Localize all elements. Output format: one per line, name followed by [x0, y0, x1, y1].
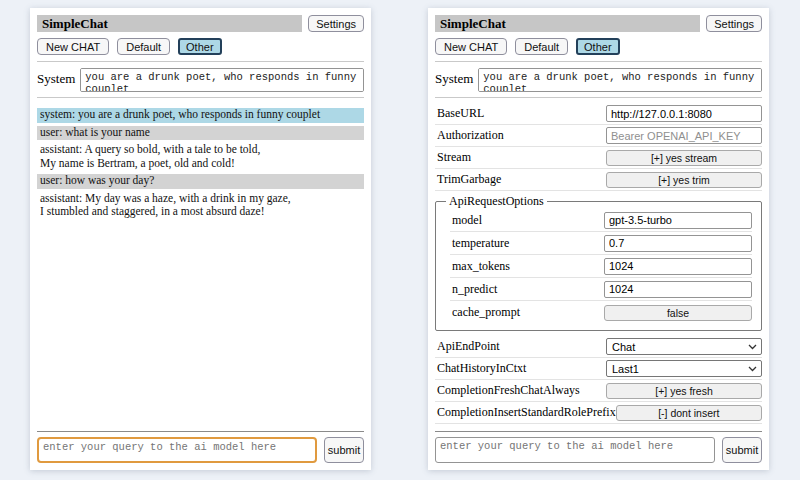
chat-panel: SimpleChat Settings New CHAT Default Oth…: [30, 8, 371, 470]
chat-history-label: ChatHistoryInCtxt: [437, 361, 526, 376]
submit-button[interactable]: submit: [324, 437, 364, 463]
settings-button[interactable]: Settings: [706, 15, 762, 32]
baseurl-label: BaseURL: [437, 106, 484, 121]
system-prompt-input[interactable]: you are a drunk poet, who responds in fu…: [478, 68, 762, 92]
divider: [435, 431, 762, 432]
api-endpoint-select[interactable]: Chat: [606, 338, 762, 355]
empty-space: [37, 223, 364, 431]
divider: [37, 61, 364, 62]
chat-message: user: how was your day?: [37, 174, 364, 189]
temperature-input[interactable]: [604, 235, 752, 252]
chat-history-select[interactable]: Last1: [606, 360, 762, 377]
setting-row-temperature: temperature: [450, 232, 752, 255]
system-prompt-row: System you are a drunk poet, who respond…: [37, 68, 364, 92]
query-input[interactable]: [37, 437, 317, 463]
completion-insert-toggle-button[interactable]: [-] dont insert: [616, 405, 762, 421]
setting-row-max-tokens: max_tokens: [450, 255, 752, 278]
authorization-label: Authorization: [437, 128, 504, 143]
n-predict-input[interactable]: [604, 281, 752, 298]
setting-row-cache-prompt: cache_prompt false: [450, 301, 752, 324]
completion-fresh-label: CompletionFreshChatAlways: [437, 383, 580, 398]
new-chat-button[interactable]: New CHAT: [435, 38, 507, 55]
settings-panel: SimpleChat Settings New CHAT Default Oth…: [428, 8, 769, 470]
system-label: System: [435, 68, 473, 87]
api-endpoint-label: ApiEndPoint: [437, 339, 500, 354]
divider: [435, 97, 762, 98]
cache-prompt-toggle-button[interactable]: false: [604, 305, 752, 321]
query-row: submit: [37, 437, 364, 463]
max-tokens-input[interactable]: [604, 258, 752, 275]
temperature-label: temperature: [452, 236, 509, 251]
new-chat-button[interactable]: New CHAT: [37, 38, 109, 55]
cache-prompt-label: cache_prompt: [452, 305, 520, 320]
trimgarbage-toggle-button[interactable]: [+] yes trim: [606, 172, 762, 188]
app-title: SimpleChat: [37, 15, 302, 32]
setting-row-n-predict: n_predict: [450, 278, 752, 301]
completion-fresh-toggle-button[interactable]: [+] yes fresh: [606, 383, 762, 399]
session-tab-default[interactable]: Default: [515, 38, 568, 55]
chat-message-list: system: you are a drunk poet, who respon…: [37, 108, 364, 223]
chevron-down-icon: [748, 344, 757, 350]
session-toolbar: New CHAT Default Other: [435, 38, 762, 55]
max-tokens-label: max_tokens: [452, 259, 510, 274]
trimgarbage-label: TrimGarbage: [437, 172, 501, 187]
setting-row-completion-fresh: CompletionFreshChatAlways [+] yes fresh: [435, 380, 762, 402]
setting-row-trimgarbage: TrimGarbage [+] yes trim: [435, 169, 762, 191]
settings-button[interactable]: Settings: [308, 15, 364, 32]
chevron-down-icon: [748, 366, 757, 372]
setting-row-stream: Stream [+] yes stream: [435, 147, 762, 169]
completion-insert-label: CompletionInsertStandardRolePrefix: [437, 405, 616, 420]
chat-message: assistant: A query so bold, with a tale …: [37, 143, 364, 171]
query-input[interactable]: [435, 437, 715, 463]
submit-button[interactable]: submit: [722, 437, 762, 463]
setting-row-authorization: Authorization: [435, 125, 762, 147]
session-tab-other[interactable]: Other: [576, 38, 620, 55]
stream-toggle-button[interactable]: [+] yes stream: [606, 150, 762, 166]
empty-space: [435, 424, 762, 431]
chat-message: system: you are a drunk poet, who respon…: [37, 108, 364, 123]
session-tab-default[interactable]: Default: [117, 38, 170, 55]
app-title: SimpleChat: [435, 15, 700, 32]
setting-row-model: model: [450, 209, 752, 232]
system-prompt-row: System you are a drunk poet, who respond…: [435, 68, 762, 92]
session-tab-other[interactable]: Other: [178, 38, 222, 55]
model-input[interactable]: [604, 212, 752, 229]
setting-row-baseurl: BaseURL: [435, 103, 762, 125]
baseurl-input[interactable]: [606, 105, 762, 122]
model-label: model: [452, 213, 482, 228]
api-request-options-legend: ApiRequestOptions: [446, 194, 547, 209]
header: SimpleChat Settings: [435, 15, 762, 32]
setting-row-api-endpoint: ApiEndPoint Chat: [435, 336, 762, 358]
system-label: System: [37, 68, 75, 87]
chat-message: user: what is your name: [37, 126, 364, 141]
header: SimpleChat Settings: [37, 15, 364, 32]
stream-label: Stream: [437, 150, 471, 165]
api-request-options-group: ApiRequestOptions model temperature max_…: [435, 194, 762, 331]
divider: [37, 431, 364, 432]
authorization-input[interactable]: [606, 127, 762, 144]
divider: [435, 61, 762, 62]
setting-row-chat-history: ChatHistoryInCtxt Last1: [435, 358, 762, 380]
divider: [37, 97, 364, 98]
query-row: submit: [435, 437, 762, 463]
setting-row-completion-insert: CompletionInsertStandardRolePrefix [-] d…: [435, 402, 762, 424]
session-toolbar: New CHAT Default Other: [37, 38, 364, 55]
api-endpoint-value: Chat: [612, 341, 635, 353]
chat-history-value: Last1: [612, 363, 639, 375]
chat-message: assistant: My day was a haze, with a dri…: [37, 192, 364, 220]
n-predict-label: n_predict: [452, 282, 497, 297]
system-prompt-input[interactable]: you are a drunk poet, who responds in fu…: [80, 68, 364, 92]
